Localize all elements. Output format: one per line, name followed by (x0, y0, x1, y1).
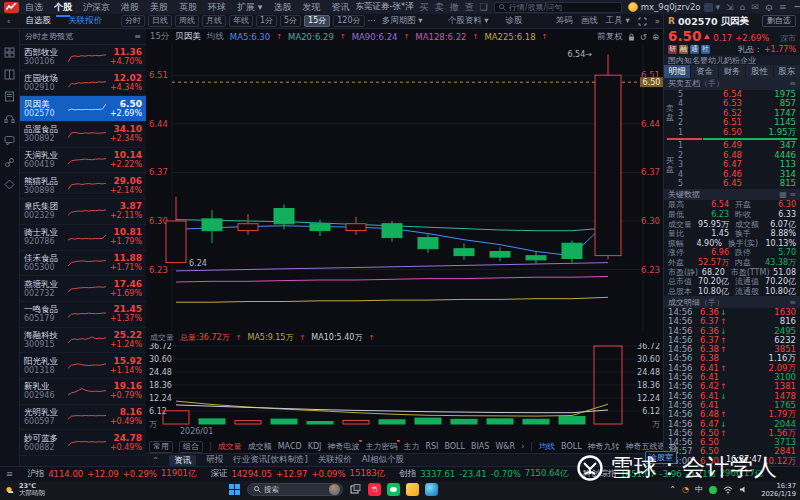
indicator-tab-RSI[interactable]: RSI (425, 442, 438, 451)
volume-chart[interactable]: 36.7236.7230.6030.6024.4824.4818.3618.36… (146, 343, 663, 428)
period-tab-15分[interactable]: 15分 (304, 15, 330, 27)
tray-green-status-icon[interactable] (709, 486, 717, 494)
tool-工具[interactable]: 工具 ▾ (606, 15, 630, 27)
cancel-order-icon[interactable]: 撤 (450, 2, 459, 12)
index-沪指[interactable]: 沪指4114.00+12.09+0.29%11901亿 (27, 468, 196, 480)
sell-icon[interactable]: 卖 (435, 2, 444, 12)
overlay-tab-均线[interactable]: 均线 (539, 441, 555, 452)
ticks-settings-icon[interactable]: ≡ (789, 298, 796, 307)
indicator-tab-BOLL[interactable]: BOLL (444, 442, 465, 451)
period-tab-5分[interactable]: 5分 (280, 15, 301, 27)
badge-研[interactable]: 研 (668, 45, 677, 54)
kline-chart[interactable]: 6.516.516.446.446.376.376.306.306.236.23… (146, 44, 663, 332)
badge-通[interactable]: 通 (690, 45, 699, 54)
period-tab-120分[interactable]: 120分 (333, 15, 364, 27)
edge-browser-icon[interactable] (425, 483, 438, 496)
news-tab-研报[interactable]: 研报 (206, 454, 223, 466)
indicator-tab-神奇电波[interactable]: 神奇电波 (327, 441, 359, 452)
chat-icon[interactable] (4, 135, 15, 146)
indicator-tab-MACD[interactable]: MACD (278, 442, 302, 451)
windows-start-button[interactable] (228, 483, 241, 496)
menu-item-扩展[interactable]: 扩展 ▾ (237, 1, 262, 14)
menu-item-自选[interactable]: 自选 (25, 1, 43, 14)
indicator-tab-W&R[interactable]: W&R (495, 442, 515, 451)
back-icon[interactable]: ‹ (7, 16, 10, 26)
menu-item-环球[interactable]: 环球 (208, 1, 226, 14)
news-tab-资讯[interactable]: 资讯 (169, 455, 196, 466)
level5-settings-icon[interactable]: ≡ (789, 79, 796, 88)
sell-row[interactable]: 16.501.95万 (676, 128, 800, 138)
indicator-tab-主力密码[interactable]: 主力密码 (365, 441, 397, 452)
wifi-icon[interactable] (723, 486, 733, 494)
period-tab-日线[interactable]: 日线 (148, 15, 172, 27)
menu-list-icon[interactable]: ≡ (779, 2, 787, 12)
quote-tab-股东[interactable]: 股东 (774, 65, 800, 78)
collapse-chevron-icon[interactable]: ⌃ (152, 455, 159, 465)
task-view-icon[interactable] (349, 483, 362, 496)
watchlist-item-605300[interactable]: 佳禾食品60530011.88+1.71% (20, 251, 146, 277)
xiaohongshu-icon[interactable]: 书 (368, 483, 381, 496)
stock-info-button[interactable]: 个股资料 ▾ (448, 15, 489, 27)
remove-watchlist-button[interactable]: 删自选 (762, 15, 796, 27)
watchlist-item-002329[interactable]: 皇氏集团0023293.87+2.11% (20, 199, 146, 225)
popout-icon[interactable]: ⇲ (726, 2, 734, 12)
multi-window-icon[interactable] (4, 69, 15, 80)
indicator-tab-成交额[interactable]: 成交额 (248, 441, 272, 452)
watchlist-item-002732[interactable]: 燕塘乳业00273217.46+1.69% (20, 276, 146, 302)
watchlist-item-300915[interactable]: 海融科技30091525.22+1.24% (20, 328, 146, 354)
quote-tab-明细[interactable]: 明细 (664, 65, 690, 78)
link-icon[interactable] (4, 157, 15, 168)
watchlist-item-920786[interactable]: 骑士乳业92078610.81+1.79% (20, 225, 146, 251)
minimize-button[interactable]: ─ (794, 3, 799, 12)
news-tab-行业资讯[饮料制造][interactable]: 行业资讯[饮料制造] (233, 454, 308, 466)
user-account-area[interactable]: mx_9q0jzrv2o ▾ (628, 2, 720, 12)
status-menu-icon[interactable]: ≡ (6, 469, 13, 479)
overlay-tab-神奇九转[interactable]: 神奇九转 (588, 441, 620, 452)
menu-item-选股[interactable]: 选股 (273, 1, 291, 14)
watchlist-item-002570[interactable]: 贝因美0025706.50+2.69% (20, 96, 146, 122)
folder-icon[interactable] (406, 483, 419, 496)
multi-period-button[interactable]: 多周期图 ▾ (382, 15, 423, 27)
watchlist-item-300892[interactable]: 品渥食品30089234.10+2.34% (20, 122, 146, 148)
adjust-mode-label[interactable]: 前复权 (597, 31, 623, 43)
lock-icon[interactable] (628, 33, 635, 41)
more-periods-icon[interactable]: ··· (368, 16, 376, 26)
menu-item-发现[interactable]: 发现 (302, 1, 320, 14)
menu-item-资讯[interactable]: 资讯 (331, 1, 349, 14)
period-tab-1分[interactable]: 1分 (256, 15, 277, 27)
menu-item-个股[interactable]: 个股 (54, 1, 72, 14)
tray-app-icon[interactable]: ◔ (682, 485, 689, 494)
indicator-group-常用[interactable]: 常用 (149, 441, 173, 453)
tab-watchlist[interactable]: 自选股 (25, 15, 51, 27)
fullscreen-icon[interactable] (638, 17, 647, 26)
watchlist-item-300898[interactable]: 熊猫乳品30089829.06+2.14% (20, 173, 146, 199)
wechat-icon[interactable] (387, 483, 400, 496)
notification-bell-icon[interactable] (765, 3, 773, 12)
watchlist-item-600419[interactable]: 天润乳业60041910.14+2.22% (20, 148, 146, 174)
watchlist-item-300106[interactable]: 西部牧业30010611.36+4.70% (20, 45, 146, 71)
indicator-tab-主力[interactable]: 主力 (403, 441, 419, 452)
refresh-icon[interactable]: ↺ (640, 32, 647, 42)
period-tab-月线[interactable]: 月线 (202, 15, 226, 27)
ime-indicator[interactable]: 中 (695, 484, 703, 495)
menu-item-港股[interactable]: 港股 (121, 1, 139, 14)
menu-item-沪深京[interactable]: 沪深京 (83, 1, 110, 14)
headset-icon[interactable] (4, 113, 15, 124)
mail-icon[interactable]: ✉ (751, 2, 759, 12)
badge-社[interactable]: 社 (701, 45, 710, 54)
buy-row[interactable]: 56.45815 (676, 179, 800, 189)
sector-label[interactable]: 乳品： (738, 44, 762, 55)
taskbar-clock[interactable]: 16:37 2026/1/19 (761, 483, 796, 498)
tray-expand-chevron-icon[interactable]: ⌃ (669, 485, 676, 494)
indicator-tab-KDJ[interactable]: KDJ (308, 442, 322, 451)
news-tab-关联报价[interactable]: 关联报价 (318, 454, 352, 466)
diagnose-button[interactable]: 诊股 (506, 15, 523, 27)
watchlist-item-001318[interactable]: 阳光乳业00131815.92+1.14% (20, 353, 146, 379)
watchlist-item-002946[interactable]: 新乳业00294619.16+0.79% (20, 379, 146, 405)
quote-tab-股性[interactable]: 股性 (746, 65, 772, 78)
period-tab-周线[interactable]: 周线 (175, 15, 199, 27)
query-icon[interactable]: 查 (465, 2, 474, 12)
report-icon[interactable] (4, 91, 15, 102)
taskbar-search-box[interactable]: 搜索 (247, 483, 343, 496)
add-indicator-icon[interactable]: ⊕ (652, 32, 659, 42)
